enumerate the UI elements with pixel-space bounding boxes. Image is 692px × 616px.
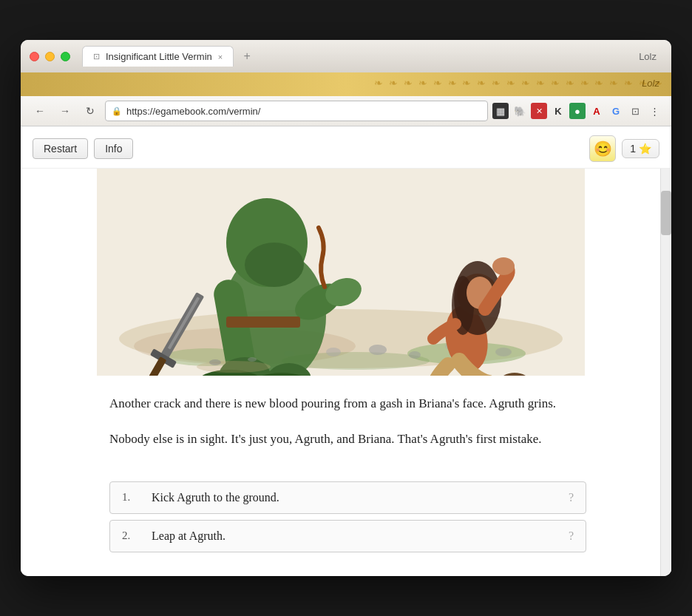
choice-2-text: Leap at Agruth. [152,529,569,543]
ext-close-icon[interactable]: ✕ [531,103,547,119]
back-button[interactable]: ← [30,101,50,121]
forward-button[interactable]: → [55,101,75,121]
close-button[interactable] [30,52,39,61]
illustration [97,169,585,376]
main-content: Another crack and there is new blood pou… [21,169,671,575]
minimize-button[interactable] [45,52,55,61]
tab-close-button[interactable]: × [218,53,223,61]
info-button[interactable]: Info [94,138,133,159]
svg-point-11 [495,348,512,356]
titlebar-right-text: Lolz [639,51,657,62]
traffic-lights [30,52,70,61]
active-tab[interactable]: ⊡ Insignificant Little Vermin × [82,46,234,67]
svg-rect-22 [226,317,300,328]
paragraph-2-text: Nobody else is in sight. It's just you, … [109,432,541,446]
ext-google-icon[interactable]: G [608,103,624,119]
address-bar[interactable]: 🔒 https://egamebook.com/vermin/ [105,101,488,121]
ext-k-icon[interactable]: K [550,103,566,119]
navbar: ← → ↻ 🔒 https://egamebook.com/vermin/ ▦ … [21,96,671,126]
svg-point-34 [197,361,271,373]
ext-evernote-icon[interactable]: 🐘 [512,103,528,119]
choice-2-help[interactable]: ? [569,529,574,543]
svg-point-6 [369,345,387,355]
scene-illustration [97,169,585,376]
maximize-button[interactable] [61,52,70,61]
svg-point-32 [492,257,515,275]
choice-1-number: 1. [122,491,152,504]
ext-more-icon[interactable]: ⋮ [646,103,662,119]
paragraph-1-text: Another crack and there is new blood pou… [109,396,556,410]
tab-area: ⊡ Insignificant Little Vermin × + [82,46,639,67]
choices-area: 1. Kick Agruth to the ground. ? 2. Leap … [21,475,660,576]
choice-1-text: Kick Agruth to the ground. [152,491,569,504]
browser-window: ⊡ Insignificant Little Vermin × + Lolz L… [21,40,671,575]
scrollbar-thumb[interactable] [661,191,671,235]
score-star-icon: ⭐ [639,143,651,155]
story-text: Another crack and there is new blood pou… [21,376,660,475]
scrollbar[interactable] [660,169,671,575]
svg-point-8 [326,348,341,356]
emoji-icon: 😊 [594,140,612,158]
svg-point-7 [409,351,421,359]
content-toolbar: Restart Info 😊 1 ⭐ [21,126,671,169]
tab-title: Insignificant Little Vermin [106,51,212,62]
new-tab-button[interactable]: + [237,46,257,67]
story-paragraph-1: Another crack and there is new blood pou… [109,393,586,413]
choice-1-help[interactable]: ? [569,491,574,504]
url-text: https://egamebook.com/vermin/ [126,106,260,117]
extensions-area: ▦ 🐘 ✕ K ● A G ⊡ ⋮ [492,103,662,119]
choice-1[interactable]: 1. Kick Agruth to the ground. ? [109,481,586,514]
content-area: Another crack and there is new blood pou… [21,169,660,575]
decorative-banner: Lolz [21,72,671,96]
ext-menu-icon[interactable]: ▦ [492,103,509,119]
decorative-right-label: Lolz [642,78,659,89]
choice-2-number: 2. [122,529,152,542]
score-badge: 1 ⭐ [622,139,659,158]
refresh-button[interactable]: ↻ [80,101,101,121]
choice-2[interactable]: 2. Leap at Agruth. ? [109,520,586,552]
emoji-button[interactable]: 😊 [589,135,616,162]
lock-icon: 🔒 [112,106,122,116]
svg-point-14 [245,243,304,287]
restart-button[interactable]: Restart [33,138,88,159]
ext-cast-icon[interactable]: ⊡ [627,103,643,119]
story-paragraph-2: Nobody else is in sight. It's just you, … [109,429,586,449]
svg-point-35 [209,359,221,365]
svg-point-36 [248,357,257,362]
titlebar: ⊡ Insignificant Little Vermin × + Lolz [21,40,671,72]
score-count: 1 [630,143,636,155]
score-area: 😊 1 ⭐ [589,135,659,162]
tab-favicon-icon: ⊡ [93,52,100,61]
ext-a-icon[interactable]: A [588,103,605,119]
ext-green-icon[interactable]: ● [569,103,586,119]
